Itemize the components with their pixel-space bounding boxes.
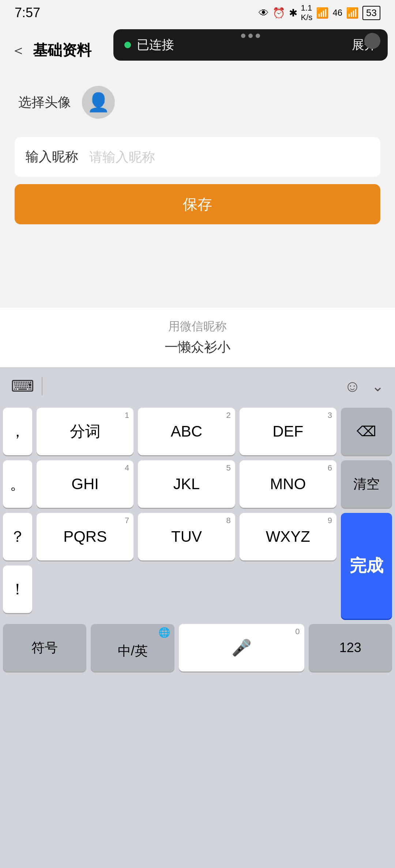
key-8-num: 8 [226, 516, 230, 525]
key-7-num: 7 [125, 516, 129, 525]
key-2-num: 2 [226, 411, 230, 420]
key-ghi-label: GHI [71, 475, 99, 493]
key-symbol[interactable]: 符号 [3, 624, 86, 671]
avatar-section: 选择头像 👤 [0, 75, 395, 130]
globe-icon: 🌐 [158, 627, 170, 638]
key-question[interactable]: ？ [3, 513, 32, 560]
key-6-num: 6 [328, 463, 332, 473]
mic-icon: 🎤 [232, 638, 252, 657]
key-comma-label: ， [10, 421, 25, 442]
notification-banner: 已连接 展开 [113, 29, 388, 61]
save-button[interactable]: 保存 [15, 184, 380, 224]
key-period[interactable]: 。 [3, 460, 32, 508]
connected-label: 已连接 [137, 37, 174, 53]
page-title: 基础资料 [33, 40, 91, 60]
letter-row-3: 7 PQRS 8 TUV 9 WXYZ [37, 513, 336, 560]
suggestion-name: 一懒众衫小 [15, 338, 380, 356]
key-fenci-label: 分词 [70, 421, 101, 442]
nickname-label: 输入昵称 [26, 148, 78, 166]
key-abc-label: ABC [171, 423, 202, 440]
status-icons: 👁 ⏰ ✱ 1.1K/s 📶 46 📶 53 [259, 3, 380, 22]
keyboard-icon[interactable]: ⌨ [11, 377, 34, 395]
backspace-icon: ⌫ [357, 423, 376, 439]
key-123-label: 123 [339, 640, 361, 655]
keyboard-row-1: ， 1 分词 2 ABC 3 DEF ⌫ [3, 408, 392, 455]
key-5-num: 5 [226, 463, 230, 473]
key-backspace[interactable]: ⌫ [341, 408, 392, 455]
key-period-label: 。 [10, 474, 25, 494]
toolbar-right: ☺ ⌄ [344, 377, 384, 395]
key-clear-label: 清空 [353, 475, 380, 493]
key-1-num: 1 [125, 411, 129, 420]
keyboard-bottom-row: 符号 🌐 中/英 0 🎤 123 [3, 624, 392, 671]
suggestion-title: 用微信昵称 [15, 319, 380, 335]
key-ghi[interactable]: 4 GHI [37, 460, 133, 508]
key-123[interactable]: 123 [309, 624, 392, 671]
done-button[interactable]: 完成 [341, 513, 392, 619]
key-3-num: 3 [328, 411, 332, 420]
avatar-label: 选择头像 [18, 94, 71, 111]
eye-icon: 👁 [259, 7, 269, 19]
key-mno[interactable]: 6 MNO [240, 460, 336, 508]
back-button[interactable]: ＜ [11, 40, 26, 60]
avatar-picker[interactable]: 👤 [82, 86, 115, 119]
wechat-suggestion[interactable]: 用微信昵称 一懒众衫小 [0, 307, 395, 368]
key-exclaim-label: ！ [10, 579, 25, 599]
key-fenci[interactable]: 1 分词 [37, 408, 133, 455]
letter-cols: 7 PQRS 8 TUV 9 WXYZ [37, 513, 336, 619]
key-exclaim[interactable]: ！ [3, 566, 32, 613]
toolbar-left: ⌨ [11, 377, 42, 395]
key-space[interactable]: 0 🎤 [179, 624, 304, 671]
status-time: 7:57 [15, 5, 40, 20]
connected-dot [124, 42, 131, 48]
key-lang[interactable]: 🌐 中/英 [91, 624, 174, 671]
keyboard-row-2: 。 4 GHI 5 JKL 6 MNO 清空 [3, 460, 392, 508]
nickname-input[interactable] [89, 149, 369, 165]
key-jkl[interactable]: 5 JKL [138, 460, 235, 508]
key-def[interactable]: 3 DEF [240, 408, 336, 455]
notif-left: 已连接 [124, 37, 174, 53]
key-symbol-label: 符号 [31, 639, 58, 657]
key-tuv-label: TUV [171, 528, 202, 545]
key-clear[interactable]: 清空 [341, 460, 392, 508]
punct-col: ？ ！ [3, 513, 32, 619]
done-label: 完成 [350, 555, 383, 577]
4g-icon: 46 [332, 8, 342, 18]
signal-icon: 📶 [346, 7, 359, 19]
bluetooth-icon: ✱ [289, 7, 297, 19]
speed-indicator: 1.1K/s [301, 3, 313, 22]
keyboard-area: ， 1 分词 2 ABC 3 DEF ⌫ 。 4 [0, 404, 395, 868]
key-pqrs-label: PQRS [63, 528, 107, 545]
key-tuv[interactable]: 8 TUV [138, 513, 235, 560]
key-pqrs[interactable]: 7 PQRS [37, 513, 133, 560]
key-wxyz[interactable]: 9 WXYZ [240, 513, 336, 560]
person-icon: 👤 [87, 92, 110, 113]
keyboard-toolbar: ⌨ ☺ ⌄ [0, 368, 395, 404]
battery-indicator: 53 [362, 6, 380, 20]
key-9-num: 9 [328, 516, 332, 525]
key-0-num: 0 [295, 627, 300, 636]
key-jkl-label: JKL [173, 475, 200, 493]
wifi-icon: 📶 [316, 7, 329, 19]
key-lang-label: 中/英 [118, 642, 148, 660]
status-bar: 7:57 👁 ⏰ ✱ 1.1K/s 📶 46 📶 53 [0, 0, 395, 26]
content-area: 选择头像 👤 输入昵称 保存 [0, 68, 395, 239]
keyboard-rows: ， 1 分词 2 ABC 3 DEF ⌫ 。 4 [0, 404, 395, 679]
key-mno-label: MNO [270, 475, 306, 493]
key-4-num: 4 [125, 463, 129, 473]
nickname-section: 输入昵称 [15, 137, 380, 177]
keyboard-rows-34: ？ ！ 7 PQRS 8 TUV [3, 513, 392, 619]
key-comma[interactable]: ， [3, 408, 32, 455]
alarm-icon: ⏰ [272, 7, 285, 19]
key-wxyz-label: WXYZ [266, 528, 310, 545]
toolbar-divider [42, 377, 42, 395]
collapse-button[interactable]: ⌄ [372, 378, 384, 395]
key-abc[interactable]: 2 ABC [138, 408, 235, 455]
key-question-label: ？ [10, 526, 25, 547]
emoji-button[interactable]: ☺ [344, 377, 361, 395]
key-def-label: DEF [272, 423, 303, 440]
